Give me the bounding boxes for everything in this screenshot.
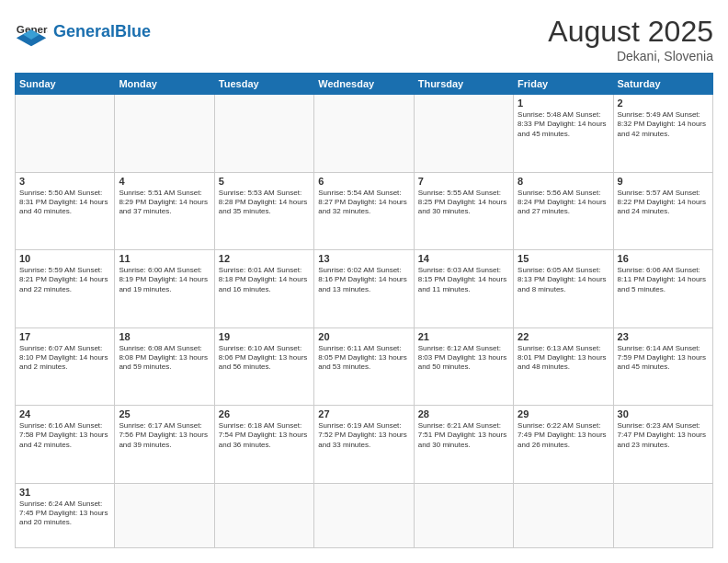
weekday-header-row: SundayMondayTuesdayWednesdayThursdayFrid…	[16, 74, 713, 95]
calendar-cell: 28Sunrise: 6:21 AM Sunset: 7:51 PM Dayli…	[414, 406, 513, 484]
week-row-3: 17Sunrise: 6:07 AM Sunset: 8:10 PM Dayli…	[16, 327, 713, 406]
calendar-cell	[115, 95, 214, 173]
calendar-cell	[613, 483, 712, 548]
day-info: Sunrise: 6:22 AM Sunset: 7:49 PM Dayligh…	[518, 421, 609, 450]
day-info: Sunrise: 6:19 AM Sunset: 7:52 PM Dayligh…	[318, 421, 409, 450]
calendar-cell: 31Sunrise: 6:24 AM Sunset: 7:45 PM Dayli…	[16, 483, 115, 548]
calendar-cell: 29Sunrise: 6:22 AM Sunset: 7:49 PM Dayli…	[514, 406, 613, 484]
calendar-cell	[214, 95, 313, 173]
day-info: Sunrise: 6:02 AM Sunset: 8:16 PM Dayligh…	[318, 266, 409, 294]
day-number: 9	[618, 176, 709, 187]
day-info: Sunrise: 5:57 AM Sunset: 8:22 PM Dayligh…	[618, 189, 709, 217]
day-info: Sunrise: 6:11 AM Sunset: 8:05 PM Dayligh…	[318, 344, 409, 373]
day-number: 28	[418, 408, 509, 419]
page: General GeneralBlue August 2025 Dekani, …	[0, 0, 728, 563]
calendar-cell: 6Sunrise: 5:54 AM Sunset: 8:27 PM Daylig…	[314, 172, 414, 250]
day-number: 23	[618, 331, 709, 342]
weekday-header-saturday: Saturday	[613, 74, 712, 95]
calendar-cell	[16, 95, 115, 173]
calendar: SundayMondayTuesdayWednesdayThursdayFrid…	[15, 73, 713, 548]
calendar-cell: 3Sunrise: 5:50 AM Sunset: 8:31 PM Daylig…	[16, 172, 115, 250]
day-number: 1	[518, 98, 609, 109]
day-info: Sunrise: 6:18 AM Sunset: 7:54 PM Dayligh…	[219, 421, 310, 450]
day-number: 21	[418, 331, 509, 342]
day-info: Sunrise: 6:12 AM Sunset: 8:03 PM Dayligh…	[418, 344, 509, 373]
calendar-cell: 17Sunrise: 6:07 AM Sunset: 8:10 PM Dayli…	[16, 327, 115, 406]
day-number: 22	[518, 331, 609, 342]
calendar-cell: 9Sunrise: 5:57 AM Sunset: 8:22 PM Daylig…	[613, 172, 712, 250]
weekday-header-monday: Monday	[115, 74, 214, 95]
calendar-cell: 20Sunrise: 6:11 AM Sunset: 8:05 PM Dayli…	[314, 327, 414, 406]
calendar-cell: 27Sunrise: 6:19 AM Sunset: 7:52 PM Dayli…	[314, 406, 414, 484]
calendar-cell: 26Sunrise: 6:18 AM Sunset: 7:54 PM Dayli…	[214, 406, 313, 484]
weekday-header-friday: Friday	[514, 74, 613, 95]
day-number: 4	[119, 176, 210, 187]
day-info: Sunrise: 5:49 AM Sunset: 8:32 PM Dayligh…	[618, 110, 709, 139]
day-info: Sunrise: 6:24 AM Sunset: 7:45 PM Dayligh…	[19, 500, 110, 528]
weekday-header-sunday: Sunday	[16, 74, 115, 95]
day-info: Sunrise: 6:10 AM Sunset: 8:06 PM Dayligh…	[219, 344, 310, 373]
day-info: Sunrise: 6:03 AM Sunset: 8:15 PM Dayligh…	[418, 266, 509, 294]
calendar-cell: 25Sunrise: 6:17 AM Sunset: 7:56 PM Dayli…	[115, 406, 214, 484]
header: General GeneralBlue August 2025 Dekani, …	[15, 15, 713, 63]
title-block: August 2025 Dekani, Slovenia	[548, 15, 713, 63]
week-row-4: 24Sunrise: 6:16 AM Sunset: 7:58 PM Dayli…	[16, 406, 713, 484]
calendar-cell	[514, 483, 613, 548]
day-number: 6	[318, 176, 409, 187]
calendar-cell: 7Sunrise: 5:55 AM Sunset: 8:25 PM Daylig…	[414, 172, 513, 250]
calendar-cell	[314, 95, 414, 173]
day-number: 5	[219, 176, 310, 187]
calendar-cell: 10Sunrise: 5:59 AM Sunset: 8:21 PM Dayli…	[16, 250, 115, 328]
weekday-header-thursday: Thursday	[414, 74, 513, 95]
day-info: Sunrise: 5:59 AM Sunset: 8:21 PM Dayligh…	[19, 266, 110, 294]
day-info: Sunrise: 6:21 AM Sunset: 7:51 PM Dayligh…	[418, 421, 509, 450]
week-row-2: 10Sunrise: 5:59 AM Sunset: 8:21 PM Dayli…	[16, 250, 713, 328]
logo-text: GeneralBlue	[53, 22, 151, 41]
calendar-cell: 21Sunrise: 6:12 AM Sunset: 8:03 PM Dayli…	[414, 327, 513, 406]
day-number: 27	[318, 408, 409, 419]
day-number: 14	[418, 253, 509, 264]
calendar-cell: 11Sunrise: 6:00 AM Sunset: 8:19 PM Dayli…	[115, 250, 214, 328]
calendar-cell	[314, 483, 414, 548]
day-info: Sunrise: 6:08 AM Sunset: 8:08 PM Dayligh…	[119, 344, 210, 373]
calendar-cell: 1Sunrise: 5:48 AM Sunset: 8:33 PM Daylig…	[514, 95, 613, 173]
day-info: Sunrise: 6:06 AM Sunset: 8:11 PM Dayligh…	[618, 266, 709, 294]
day-info: Sunrise: 6:16 AM Sunset: 7:58 PM Dayligh…	[19, 421, 110, 450]
calendar-cell: 16Sunrise: 6:06 AM Sunset: 8:11 PM Dayli…	[613, 250, 712, 328]
day-info: Sunrise: 5:51 AM Sunset: 8:29 PM Dayligh…	[119, 189, 210, 217]
week-row-1: 3Sunrise: 5:50 AM Sunset: 8:31 PM Daylig…	[16, 172, 713, 250]
day-number: 29	[518, 408, 609, 419]
week-row-0: 1Sunrise: 5:48 AM Sunset: 8:33 PM Daylig…	[16, 95, 713, 173]
location: Dekani, Slovenia	[548, 49, 713, 63]
day-number: 2	[618, 98, 709, 109]
day-info: Sunrise: 5:54 AM Sunset: 8:27 PM Dayligh…	[318, 189, 409, 217]
month-year: August 2025	[548, 15, 713, 49]
day-info: Sunrise: 6:05 AM Sunset: 8:13 PM Dayligh…	[518, 266, 609, 294]
calendar-cell: 19Sunrise: 6:10 AM Sunset: 8:06 PM Dayli…	[214, 327, 313, 406]
day-number: 12	[219, 253, 310, 264]
weekday-header-wednesday: Wednesday	[314, 74, 414, 95]
day-number: 25	[119, 408, 210, 419]
logo: General GeneralBlue	[15, 15, 151, 48]
calendar-cell: 24Sunrise: 6:16 AM Sunset: 7:58 PM Dayli…	[16, 406, 115, 484]
day-info: Sunrise: 6:17 AM Sunset: 7:56 PM Dayligh…	[119, 421, 210, 450]
day-info: Sunrise: 5:48 AM Sunset: 8:33 PM Dayligh…	[518, 110, 609, 139]
day-info: Sunrise: 6:13 AM Sunset: 8:01 PM Dayligh…	[518, 344, 609, 373]
generalblue-logo-icon: General	[15, 15, 48, 48]
calendar-cell: 8Sunrise: 5:56 AM Sunset: 8:24 PM Daylig…	[514, 172, 613, 250]
day-number: 31	[19, 487, 110, 498]
calendar-cell: 4Sunrise: 5:51 AM Sunset: 8:29 PM Daylig…	[115, 172, 214, 250]
day-number: 24	[19, 408, 110, 419]
weekday-header-tuesday: Tuesday	[214, 74, 313, 95]
day-number: 10	[19, 253, 110, 264]
day-info: Sunrise: 6:00 AM Sunset: 8:19 PM Dayligh…	[119, 266, 210, 294]
day-number: 11	[119, 253, 210, 264]
day-info: Sunrise: 6:14 AM Sunset: 7:59 PM Dayligh…	[618, 344, 709, 373]
day-number: 7	[418, 176, 509, 187]
day-number: 15	[518, 253, 609, 264]
day-info: Sunrise: 5:53 AM Sunset: 8:28 PM Dayligh…	[219, 189, 310, 217]
day-info: Sunrise: 6:23 AM Sunset: 7:47 PM Dayligh…	[618, 421, 709, 450]
calendar-cell: 22Sunrise: 6:13 AM Sunset: 8:01 PM Dayli…	[514, 327, 613, 406]
day-number: 16	[618, 253, 709, 264]
calendar-cell	[414, 483, 513, 548]
